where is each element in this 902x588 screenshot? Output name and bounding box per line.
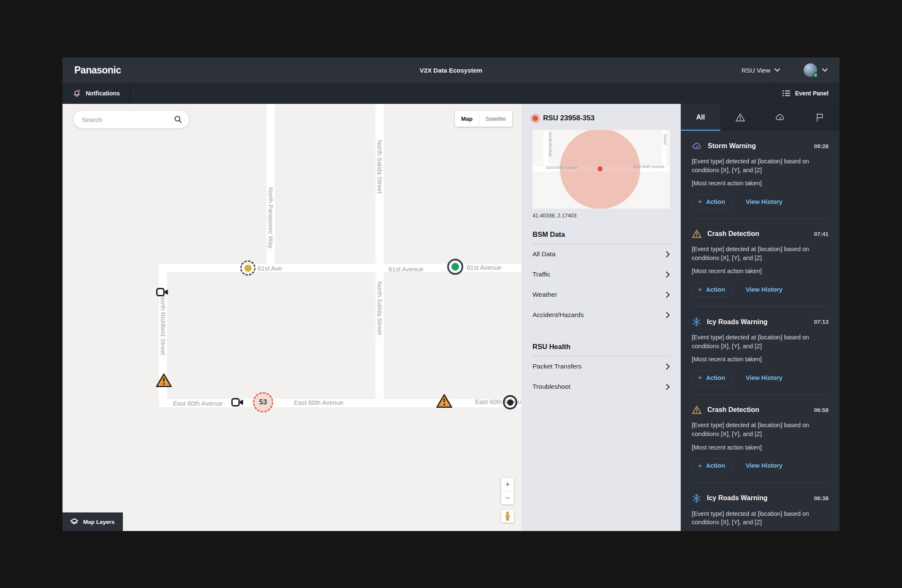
toolbar: Notfications Event Panel [62,83,840,104]
view-history-link[interactable]: View History [746,198,782,205]
menu-item-weather[interactable]: Weather [533,285,670,305]
event-card-crash-detection: Crash Detection 06:58 [Event type] detec… [692,395,829,482]
chevron-down-icon [822,68,828,72]
event-title: Crash Detection [707,406,808,414]
action-button[interactable]: +Action [692,370,731,385]
storm-cloud-icon [775,113,785,122]
rsu-marker-pending[interactable] [240,260,255,276]
notifications-button[interactable]: Notfications [62,83,130,104]
street-label-east-60th-avenue-mid: East 60th Avenue [294,399,343,406]
chevron-right-icon [666,292,670,298]
plus-icon: + [698,462,702,469]
tab-storm[interactable] [760,104,800,131]
action-button[interactable]: +Action [692,282,731,297]
search-input[interactable] [82,116,174,123]
bell-icon [73,89,81,98]
minimap-label-street: Street [663,134,668,144]
menu-item-accident-hazards[interactable]: Accident/Hazards [533,305,670,325]
chevron-right-icon [666,384,670,390]
menu-item-troubleshoot[interactable]: Troubleshoot [533,377,670,397]
menu-item-packet-transfers[interactable]: Packet Transfers [533,356,670,377]
event-action-taken: [Most recent action taken] [692,356,829,363]
minimap-label-east-60th-right: East 60th Avenue [633,164,664,169]
hazard-marker-east-60th[interactable] [436,393,453,409]
street-label-north-richfield-street: North Richfield Street [160,295,167,355]
warning-triangle-icon [436,393,453,409]
notifications-label: Notfications [86,90,120,97]
chevron-right-icon [666,312,670,318]
event-description: [Event type] detected at [location] base… [692,421,829,438]
tab-warnings[interactable] [720,104,760,131]
view-selector-dropdown[interactable]: RSU View [742,67,780,74]
map-search [73,111,189,128]
rsu-marker-online[interactable] [447,259,463,275]
view-history-link[interactable]: View History [746,462,782,469]
event-list[interactable]: Storm Warning 09:28 [Event type] detecte… [681,131,840,531]
zoom-in-button[interactable]: + [501,478,514,491]
snowflake-icon [692,317,701,327]
plus-icon: + [698,286,702,293]
plus-icon: + [698,198,702,205]
warning-triangle-icon [155,373,172,388]
map-type-map[interactable]: Map [455,111,479,127]
map-type-toggle: Map Satellite [455,111,512,127]
layers-icon [70,518,79,526]
congestion-value: 53 [259,398,267,406]
menu-item-all-data[interactable]: All Data [533,244,670,264]
event-action-taken: [Most recent action taken] [692,444,829,451]
chevron-down-icon [774,68,780,72]
rsu-health-heading: RSU Health [533,343,670,356]
street-label-61st-avenue-mid: 61st Avenue [389,266,423,273]
event-title: Storm Warning [708,142,808,150]
event-panel-button[interactable]: Event Panel [771,83,840,104]
zoom-out-button[interactable]: − [501,491,514,504]
view-history-link[interactable]: View History [746,286,782,293]
app-title: V2X Data Ecosystem [420,67,482,74]
rsu-minimap[interactable]: North Richfiel Street East 60th Avenue E… [533,130,670,209]
view-history-link[interactable]: View History [746,374,782,381]
bsm-data-heading: BSM Data [533,230,670,244]
map-type-satellite[interactable]: Satellite [479,111,512,127]
list-icon [782,89,791,97]
street-label-east-60th-avenue-left: East 60th Avenue [173,400,223,407]
avatar [804,63,817,77]
warning-triangle-icon [692,405,702,415]
hazard-marker-richfield[interactable] [155,373,172,388]
event-time: 09:28 [814,143,829,149]
plus-icon: + [698,374,702,381]
minimap-label-north-richfield: North Richfiel [548,132,553,156]
chevron-right-icon [666,251,670,257]
event-time: 07:41 [814,231,829,237]
event-card-crash-detection: Crash Detection 07:41 [Event type] detec… [692,219,829,306]
event-description: [Event type] detected at [location] base… [692,509,829,527]
warning-triangle-icon [692,229,702,238]
camera-icon [156,287,169,297]
event-title: Icy Roads Warning [707,318,808,326]
notification-badge [78,89,80,92]
event-time: 07:13 [814,319,829,325]
action-button[interactable]: +Action [692,194,731,209]
rsu-marker-offline[interactable] [503,395,517,409]
tab-flagged[interactable] [800,104,840,131]
action-button[interactable]: +Action [692,458,731,473]
user-menu[interactable] [804,63,828,77]
tab-all[interactable]: All [681,104,720,131]
event-description: [Event type] detected at [location] base… [692,333,829,350]
menu-item-traffic[interactable]: Traffic [533,264,670,285]
online-status-dot [813,73,818,78]
event-title: Icy Roads Warning [707,494,808,502]
congestion-marker[interactable]: 53 [253,392,273,412]
camera-icon [231,398,245,407]
pegman-button[interactable] [501,510,514,523]
map-canvas[interactable]: North Panasonic Way North Salida Street … [62,104,522,531]
map-layers-button[interactable]: Map Layers [62,512,123,531]
camera-marker-richfield[interactable] [156,287,169,297]
app-window: Panasonic V2X Data Ecosystem RSU View No… [62,57,840,531]
camera-marker-east-60th[interactable] [231,398,245,407]
event-description: [Event type] detected at [location] base… [692,245,829,262]
search-icon[interactable] [174,115,182,124]
street-label-north-panasonic-way: North Panasonic Way [267,187,274,249]
online-status-dot [451,263,459,271]
view-selector-label: RSU View [742,67,770,74]
warning-triangle-icon [735,113,745,122]
